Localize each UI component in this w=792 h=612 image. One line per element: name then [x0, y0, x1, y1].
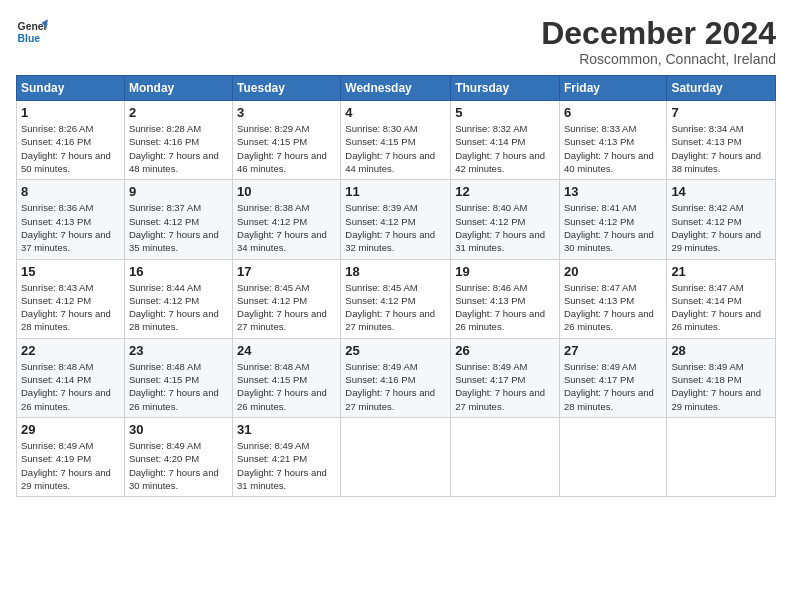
- day-cell-19: 19Sunrise: 8:46 AMSunset: 4:13 PMDayligh…: [451, 259, 560, 338]
- empty-cell: [559, 417, 666, 496]
- empty-cell: [667, 417, 776, 496]
- day-number: 30: [129, 422, 228, 437]
- day-info: Sunrise: 8:33 AMSunset: 4:13 PMDaylight:…: [564, 122, 662, 175]
- logo: General Blue: [16, 16, 48, 48]
- day-number: 3: [237, 105, 336, 120]
- day-cell-4: 4Sunrise: 8:30 AMSunset: 4:15 PMDaylight…: [341, 101, 451, 180]
- day-info: Sunrise: 8:46 AMSunset: 4:13 PMDaylight:…: [455, 281, 555, 334]
- logo-icon: General Blue: [16, 16, 48, 48]
- day-number: 14: [671, 184, 771, 199]
- day-cell-3: 3Sunrise: 8:29 AMSunset: 4:15 PMDaylight…: [233, 101, 341, 180]
- day-info: Sunrise: 8:28 AMSunset: 4:16 PMDaylight:…: [129, 122, 228, 175]
- calendar-week-row: 1Sunrise: 8:26 AMSunset: 4:16 PMDaylight…: [17, 101, 776, 180]
- day-number: 16: [129, 264, 228, 279]
- day-info: Sunrise: 8:41 AMSunset: 4:12 PMDaylight:…: [564, 201, 662, 254]
- day-number: 27: [564, 343, 662, 358]
- day-cell-14: 14Sunrise: 8:42 AMSunset: 4:12 PMDayligh…: [667, 180, 776, 259]
- day-number: 25: [345, 343, 446, 358]
- day-number: 13: [564, 184, 662, 199]
- day-cell-7: 7Sunrise: 8:34 AMSunset: 4:13 PMDaylight…: [667, 101, 776, 180]
- day-info: Sunrise: 8:30 AMSunset: 4:15 PMDaylight:…: [345, 122, 446, 175]
- day-cell-9: 9Sunrise: 8:37 AMSunset: 4:12 PMDaylight…: [124, 180, 232, 259]
- day-number: 18: [345, 264, 446, 279]
- day-cell-17: 17Sunrise: 8:45 AMSunset: 4:12 PMDayligh…: [233, 259, 341, 338]
- calendar-week-row: 29Sunrise: 8:49 AMSunset: 4:19 PMDayligh…: [17, 417, 776, 496]
- day-cell-16: 16Sunrise: 8:44 AMSunset: 4:12 PMDayligh…: [124, 259, 232, 338]
- day-cell-26: 26Sunrise: 8:49 AMSunset: 4:17 PMDayligh…: [451, 338, 560, 417]
- day-info: Sunrise: 8:49 AMSunset: 4:16 PMDaylight:…: [345, 360, 446, 413]
- day-cell-31: 31Sunrise: 8:49 AMSunset: 4:21 PMDayligh…: [233, 417, 341, 496]
- day-cell-24: 24Sunrise: 8:48 AMSunset: 4:15 PMDayligh…: [233, 338, 341, 417]
- day-info: Sunrise: 8:26 AMSunset: 4:16 PMDaylight:…: [21, 122, 120, 175]
- day-cell-30: 30Sunrise: 8:49 AMSunset: 4:20 PMDayligh…: [124, 417, 232, 496]
- day-number: 4: [345, 105, 446, 120]
- day-number: 2: [129, 105, 228, 120]
- day-cell-28: 28Sunrise: 8:49 AMSunset: 4:18 PMDayligh…: [667, 338, 776, 417]
- day-info: Sunrise: 8:40 AMSunset: 4:12 PMDaylight:…: [455, 201, 555, 254]
- day-info: Sunrise: 8:47 AMSunset: 4:14 PMDaylight:…: [671, 281, 771, 334]
- header: General Blue December 2024 Roscommon, Co…: [16, 16, 776, 67]
- day-cell-18: 18Sunrise: 8:45 AMSunset: 4:12 PMDayligh…: [341, 259, 451, 338]
- page-container: General Blue December 2024 Roscommon, Co…: [0, 0, 792, 505]
- col-tuesday: Tuesday: [233, 76, 341, 101]
- day-cell-5: 5Sunrise: 8:32 AMSunset: 4:14 PMDaylight…: [451, 101, 560, 180]
- calendar-week-row: 22Sunrise: 8:48 AMSunset: 4:14 PMDayligh…: [17, 338, 776, 417]
- day-info: Sunrise: 8:29 AMSunset: 4:15 PMDaylight:…: [237, 122, 336, 175]
- day-info: Sunrise: 8:32 AMSunset: 4:14 PMDaylight:…: [455, 122, 555, 175]
- col-saturday: Saturday: [667, 76, 776, 101]
- day-number: 10: [237, 184, 336, 199]
- day-number: 8: [21, 184, 120, 199]
- day-number: 12: [455, 184, 555, 199]
- empty-cell: [451, 417, 560, 496]
- day-cell-15: 15Sunrise: 8:43 AMSunset: 4:12 PMDayligh…: [17, 259, 125, 338]
- day-info: Sunrise: 8:44 AMSunset: 4:12 PMDaylight:…: [129, 281, 228, 334]
- day-number: 31: [237, 422, 336, 437]
- day-number: 23: [129, 343, 228, 358]
- day-cell-21: 21Sunrise: 8:47 AMSunset: 4:14 PMDayligh…: [667, 259, 776, 338]
- day-info: Sunrise: 8:45 AMSunset: 4:12 PMDaylight:…: [345, 281, 446, 334]
- day-info: Sunrise: 8:49 AMSunset: 4:17 PMDaylight:…: [455, 360, 555, 413]
- day-info: Sunrise: 8:49 AMSunset: 4:17 PMDaylight:…: [564, 360, 662, 413]
- day-cell-8: 8Sunrise: 8:36 AMSunset: 4:13 PMDaylight…: [17, 180, 125, 259]
- calendar-week-row: 15Sunrise: 8:43 AMSunset: 4:12 PMDayligh…: [17, 259, 776, 338]
- day-cell-20: 20Sunrise: 8:47 AMSunset: 4:13 PMDayligh…: [559, 259, 666, 338]
- calendar-table: Sunday Monday Tuesday Wednesday Thursday…: [16, 75, 776, 497]
- day-number: 19: [455, 264, 555, 279]
- day-number: 7: [671, 105, 771, 120]
- svg-text:Blue: Blue: [18, 33, 41, 44]
- day-number: 5: [455, 105, 555, 120]
- day-number: 11: [345, 184, 446, 199]
- col-wednesday: Wednesday: [341, 76, 451, 101]
- day-info: Sunrise: 8:36 AMSunset: 4:13 PMDaylight:…: [21, 201, 120, 254]
- day-number: 24: [237, 343, 336, 358]
- day-number: 28: [671, 343, 771, 358]
- day-info: Sunrise: 8:49 AMSunset: 4:21 PMDaylight:…: [237, 439, 336, 492]
- day-info: Sunrise: 8:45 AMSunset: 4:12 PMDaylight:…: [237, 281, 336, 334]
- col-thursday: Thursday: [451, 76, 560, 101]
- day-info: Sunrise: 8:39 AMSunset: 4:12 PMDaylight:…: [345, 201, 446, 254]
- day-info: Sunrise: 8:38 AMSunset: 4:12 PMDaylight:…: [237, 201, 336, 254]
- day-cell-2: 2Sunrise: 8:28 AMSunset: 4:16 PMDaylight…: [124, 101, 232, 180]
- day-number: 17: [237, 264, 336, 279]
- month-title: December 2024: [541, 16, 776, 51]
- day-number: 22: [21, 343, 120, 358]
- day-info: Sunrise: 8:49 AMSunset: 4:19 PMDaylight:…: [21, 439, 120, 492]
- day-cell-27: 27Sunrise: 8:49 AMSunset: 4:17 PMDayligh…: [559, 338, 666, 417]
- day-cell-25: 25Sunrise: 8:49 AMSunset: 4:16 PMDayligh…: [341, 338, 451, 417]
- col-monday: Monday: [124, 76, 232, 101]
- empty-cell: [341, 417, 451, 496]
- day-info: Sunrise: 8:47 AMSunset: 4:13 PMDaylight:…: [564, 281, 662, 334]
- day-cell-10: 10Sunrise: 8:38 AMSunset: 4:12 PMDayligh…: [233, 180, 341, 259]
- day-info: Sunrise: 8:42 AMSunset: 4:12 PMDaylight:…: [671, 201, 771, 254]
- day-number: 26: [455, 343, 555, 358]
- day-number: 29: [21, 422, 120, 437]
- day-cell-13: 13Sunrise: 8:41 AMSunset: 4:12 PMDayligh…: [559, 180, 666, 259]
- day-number: 15: [21, 264, 120, 279]
- days-header-row: Sunday Monday Tuesday Wednesday Thursday…: [17, 76, 776, 101]
- day-info: Sunrise: 8:49 AMSunset: 4:20 PMDaylight:…: [129, 439, 228, 492]
- day-cell-22: 22Sunrise: 8:48 AMSunset: 4:14 PMDayligh…: [17, 338, 125, 417]
- day-cell-12: 12Sunrise: 8:40 AMSunset: 4:12 PMDayligh…: [451, 180, 560, 259]
- title-block: December 2024 Roscommon, Connacht, Irela…: [541, 16, 776, 67]
- day-cell-6: 6Sunrise: 8:33 AMSunset: 4:13 PMDaylight…: [559, 101, 666, 180]
- day-info: Sunrise: 8:43 AMSunset: 4:12 PMDaylight:…: [21, 281, 120, 334]
